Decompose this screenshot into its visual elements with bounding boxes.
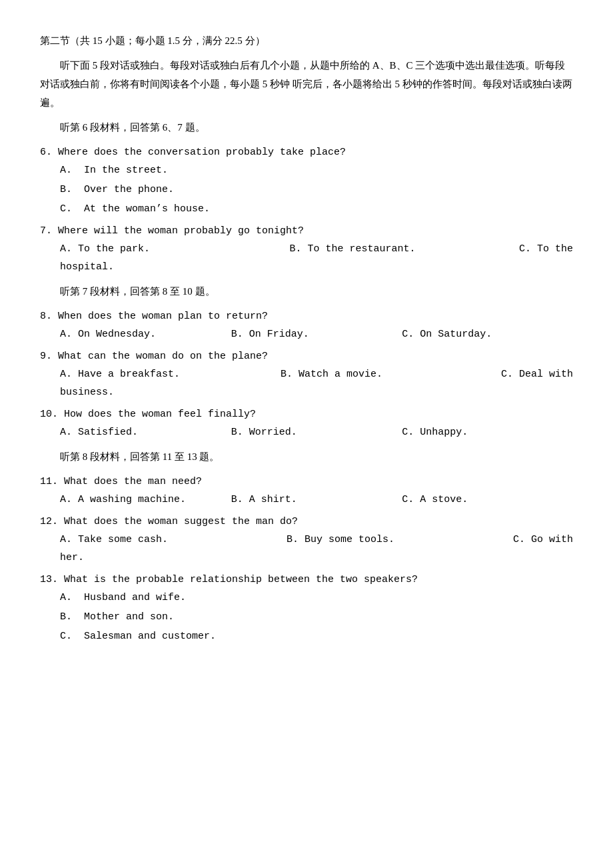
question-9: 9. What can the woman do on the plane? A… [40,347,573,401]
q13-question: What is the probable relationship betwee… [64,574,418,585]
question-7: 7. Where will the woman probably go toni… [40,222,573,276]
sub-instruction-2: 听第 7 段材料，回答第 8 至 10 题。 [40,283,573,301]
q8-question: When does the woman plan to return? [58,311,268,322]
q9-number: 9. [40,351,52,362]
sub-instruction-1: 听第 6 段材料，回答第 6、7 题。 [40,119,573,137]
q11-number: 11. [40,476,58,487]
q11-optionB: B. A shirt. [231,491,402,509]
q10-number: 10. [40,409,58,420]
q10-text: 10. How does the woman feel finally? [40,405,573,423]
q6-optionA: A. In the street. [40,161,573,179]
q12-question: What does the woman suggest the man do? [64,516,298,527]
q11-text: 11. What does the man need? [40,473,573,491]
q10-optionB: B. Worried. [231,423,402,441]
q12-continuation: her. [40,549,573,567]
q9-optionB: B. Watch a movie. [281,365,501,383]
q10-options-row: A. Satisfied. B. Worried. C. Unhappy. [40,423,573,441]
q9-text: 9. What can the woman do on the plane? [40,347,573,365]
section-header: 第二节（共 15 小题；每小题 1.5 分，满分 22.5 分） [40,32,573,50]
q12-number: 12. [40,516,58,527]
question-13: 13. What is the probable relationship be… [40,571,573,645]
q8-optionA: A. On Wednesday. [60,325,231,343]
q8-options-row: A. On Wednesday. B. On Friday. C. On Sat… [40,325,573,343]
q9-optionC: C. Deal with [501,365,573,383]
q13-optionA: A. Husband and wife. [40,589,573,607]
q13-optionC: C. Salesman and customer. [40,627,573,645]
q11-optionA: A. A washing machine. [60,491,231,509]
q7-optionB: B. To the restaurant. [290,240,520,258]
q6-question: Where does the conversation probably tak… [58,147,346,158]
q9-options-row: A. Have a breakfast. B. Watch a movie. C… [40,365,573,383]
q8-text: 8. When does the woman plan to return? [40,307,573,325]
question-12: 12. What does the woman suggest the man … [40,513,573,567]
q11-options-row: A. A washing machine. B. A shirt. C. A s… [40,491,573,509]
instructions: 听下面 5 段对话或独白。每段对话或独白后有几个小题，从题中所给的 A、B、C … [40,57,573,112]
q6-optionB: B. Over the phone. [40,181,573,199]
q13-text: 13. What is the probable relationship be… [40,571,573,589]
q7-continuation: hospital. [40,258,573,276]
question-10: 10. How does the woman feel finally? A. … [40,405,573,441]
q11-optionC: C. A stove. [402,491,573,509]
q12-optionA: A. Take some cash. [60,531,287,549]
q8-number: 8. [40,311,52,322]
q12-optionB: B. Buy some tools. [287,531,513,549]
q11-question: What does the man need? [64,476,202,487]
q7-optionC: C. To the [519,240,573,258]
q10-question: How does the woman feel finally? [64,409,256,420]
q10-optionC: C. Unhappy. [402,423,573,441]
q8-optionB: B. On Friday. [231,325,402,343]
q7-options-row: A. To the park. B. To the restaurant. C.… [40,240,573,258]
q7-number: 7. [40,225,52,237]
q6-number: 6. [40,147,52,158]
q7-question: Where will the woman probably go tonight… [58,225,304,237]
q13-optionB: B. Mother and son. [40,608,573,626]
q7-optionA: A. To the park. [60,240,290,258]
q6-optionC: C. At the woman’s house. [40,200,573,218]
q10-optionA: A. Satisfied. [60,423,231,441]
q12-text: 12. What does the woman suggest the man … [40,513,573,531]
q12-options-row: A. Take some cash. B. Buy some tools. C.… [40,531,573,549]
question-8: 8. When does the woman plan to return? A… [40,307,573,343]
q12-optionC: C. Go with [513,531,573,549]
q6-text: 6. Where does the conversation probably … [40,143,573,161]
q9-question: What can the woman do on the plane? [58,351,268,362]
q9-optionA: A. Have a breakfast. [60,365,281,383]
q9-continuation: business. [40,383,573,401]
q13-number: 13. [40,574,58,585]
q8-optionC: C. On Saturday. [402,325,573,343]
q7-text: 7. Where will the woman probably go toni… [40,222,573,240]
question-6: 6. Where does the conversation probably … [40,143,573,218]
sub-instruction-3: 听第 8 段材料，回答第 11 至 13 题。 [40,448,573,466]
question-11: 11. What does the man need? A. A washing… [40,473,573,509]
